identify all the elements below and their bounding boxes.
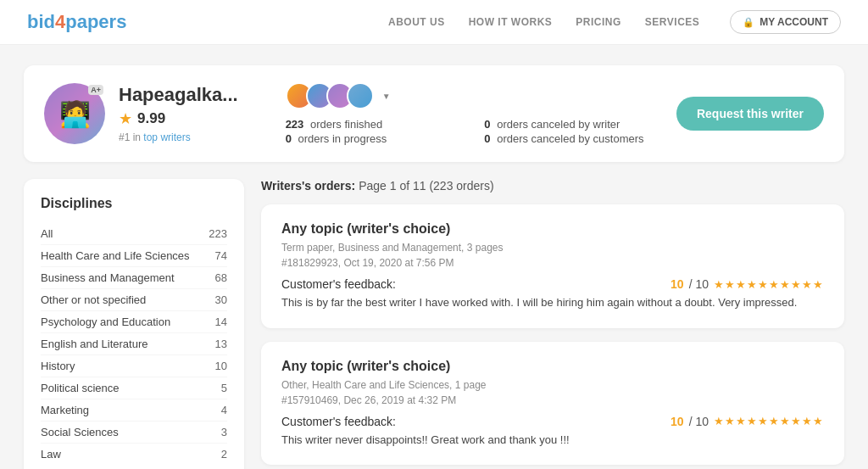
discipline-marketing-name: Marketing (41, 404, 89, 416)
discipline-law-name: Law (41, 448, 61, 461)
writer-header-card: 🧑‍💻 A+ Hapeagalka... ★ 9.99 #1 in top wr… (24, 65, 844, 162)
avatar-stack (286, 82, 374, 109)
stat-finished-label: orders finished (310, 118, 382, 131)
stat-canceled-writer-label: orders canceled by writer (497, 118, 620, 131)
discipline-marketing[interactable]: Marketing 4 (41, 399, 227, 422)
discipline-law[interactable]: Law 2 (41, 444, 227, 465)
my-account-button[interactable]: 🔒 MY ACCOUNT (730, 10, 841, 34)
star-icon: ★ (119, 109, 132, 128)
order-title-1: Any topic (writer's choice) (281, 221, 824, 237)
stars-2: ★★★★★★★★★★ (714, 415, 824, 427)
discipline-business-name: Business and Management (41, 271, 175, 284)
discipline-marketing-count: 4 (221, 404, 227, 416)
discipline-health[interactable]: Health Care and Life Sciences 74 (41, 245, 227, 267)
disciplines-sidebar: Disciplines All 223 Health Care and Life… (24, 179, 244, 469)
discipline-psychology[interactable]: Psychology and Education 14 (41, 311, 227, 333)
score-value-2: 10 (670, 415, 684, 428)
score-denom-1: / 10 (689, 277, 709, 291)
discipline-all-name: All (41, 227, 53, 240)
nav-pricing[interactable]: PRICING (576, 16, 621, 28)
request-writer-button[interactable]: Request this writer (676, 97, 824, 131)
feedback-score-2: 10 / 10 ★★★★★★★★★★ (670, 415, 824, 428)
discipline-other[interactable]: Other or not specified 30 (41, 289, 227, 311)
feedback-text-1: This is by far the best writer I have wo… (281, 294, 824, 311)
feedback-score-1: 10 / 10 ★★★★★★★★★★ (670, 277, 824, 291)
logo-papers: papers (65, 11, 126, 33)
orders-header-label: Writers's orders: (261, 179, 355, 193)
stat-orders-finished: 223 orders finished (286, 118, 458, 131)
order-meta-2: Other, Health Care and Life Sciences, 1 … (281, 379, 824, 391)
avatar: 🧑‍💻 A+ (44, 83, 105, 144)
discipline-business-count: 68 (215, 271, 227, 284)
my-account-label: MY ACCOUNT (760, 16, 828, 28)
discipline-political-count: 5 (221, 382, 227, 394)
writer-stats: ▼ 223 orders finished 0 orders canceled … (286, 82, 656, 145)
orders-pagination-text: Page 1 of 11 (223 orders) (359, 179, 494, 193)
stats-grid: 223 orders finished 0 orders canceled by… (286, 118, 656, 145)
score-denom-2: / 10 (689, 415, 709, 428)
discipline-business[interactable]: Business and Management 68 (41, 267, 227, 289)
discipline-health-count: 74 (215, 249, 227, 262)
top-writers-link[interactable]: top writers (143, 131, 190, 143)
stat-canceled-by-writer: 0 orders canceled by writer (484, 118, 656, 131)
order-id-1: #181829923, Oct 19, 2020 at 7:56 PM (281, 257, 824, 269)
discipline-social-count: 3 (221, 426, 227, 438)
stat-progress-num: 0 (286, 132, 292, 145)
feedback-label-1: Customer's feedback: (281, 277, 396, 291)
score-value-1: 10 (670, 277, 684, 291)
orders-panel: Writers's orders: Page 1 of 11 (223 orde… (261, 179, 844, 469)
stats-avatars-row: ▼ (286, 82, 656, 109)
discipline-health-name: Health Care and Life Sciences (41, 249, 190, 262)
mini-avatar-4 (347, 82, 374, 109)
logo-4: 4 (55, 11, 65, 33)
stat-canceled-by-customers: 0 orders canceled by customers (484, 132, 656, 145)
nav-how-it-works[interactable]: HOW IT WORKS (469, 16, 553, 28)
discipline-other-count: 30 (215, 293, 227, 306)
order-meta-1: Term paper, Business and Management, 3 p… (281, 242, 824, 254)
nav-about[interactable]: ABOUT US (388, 16, 445, 28)
order-card-2: Any topic (writer's choice) Other, Healt… (261, 342, 844, 466)
navbar: bid4papers ABOUT US HOW IT WORKS PRICING… (0, 0, 868, 45)
discipline-english-name: English and Literature (41, 338, 147, 350)
dropdown-icon[interactable]: ▼ (382, 92, 391, 101)
discipline-social[interactable]: Social Sciences 3 (41, 422, 227, 444)
stat-finished-num: 223 (286, 118, 304, 131)
discipline-english-count: 13 (215, 338, 227, 350)
feedback-text-2: This writer never disappoints!! Great wo… (281, 432, 824, 449)
feedback-row-2: Customer's feedback: 10 / 10 ★★★★★★★★★★ (281, 415, 824, 428)
discipline-other-name: Other or not specified (41, 293, 146, 306)
stat-canceled-customers-label: orders canceled by customers (497, 132, 643, 145)
feedback-row-1: Customer's feedback: 10 / 10 ★★★★★★★★★★ (281, 277, 824, 291)
stat-in-progress: 0 orders in progress (286, 132, 458, 145)
order-id-2: #157910469, Dec 26, 2019 at 4:32 PM (281, 394, 824, 406)
discipline-psychology-name: Psychology and Education (41, 315, 170, 328)
discipline-all[interactable]: All 223 (41, 223, 227, 245)
discipline-psychology-count: 14 (215, 315, 227, 328)
orders-header: Writers's orders: Page 1 of 11 (223 orde… (261, 179, 844, 193)
discipline-english[interactable]: English and Literature 13 (41, 333, 227, 355)
discipline-all-count: 223 (209, 227, 227, 240)
stars-1: ★★★★★★★★★★ (714, 278, 824, 291)
logo-bid: bid (27, 11, 55, 33)
logo[interactable]: bid4papers (27, 11, 126, 33)
stat-canceled-customers-num: 0 (484, 132, 490, 145)
discipline-law-count: 2 (221, 448, 227, 461)
feedback-label-2: Customer's feedback: (281, 415, 396, 428)
order-title-2: Any topic (writer's choice) (281, 359, 824, 374)
disciplines-title: Disciplines (41, 196, 227, 211)
discipline-political[interactable]: Political science 5 (41, 377, 227, 399)
discipline-social-name: Social Sciences (41, 426, 119, 438)
writer-rank: #1 in top writers (119, 131, 238, 143)
discipline-history[interactable]: History 10 (41, 355, 227, 377)
writer-name: Hapeagalka... (119, 84, 238, 106)
discipline-history-name: History (41, 360, 75, 372)
nav-links: ABOUT US HOW IT WORKS PRICING SERVICES 🔒… (388, 10, 841, 34)
main-content: 🧑‍💻 A+ Hapeagalka... ★ 9.99 #1 in top wr… (10, 45, 858, 469)
content-row: Disciplines All 223 Health Care and Life… (24, 179, 844, 469)
stat-progress-label: orders in progress (298, 132, 387, 145)
avatar-badge: A+ (88, 85, 103, 95)
lock-icon: 🔒 (743, 17, 754, 28)
nav-services[interactable]: SERVICES (645, 16, 699, 28)
order-card-1: Any topic (writer's choice) Term paper, … (261, 204, 844, 328)
writer-info: Hapeagalka... ★ 9.99 #1 in top writers (119, 84, 238, 143)
